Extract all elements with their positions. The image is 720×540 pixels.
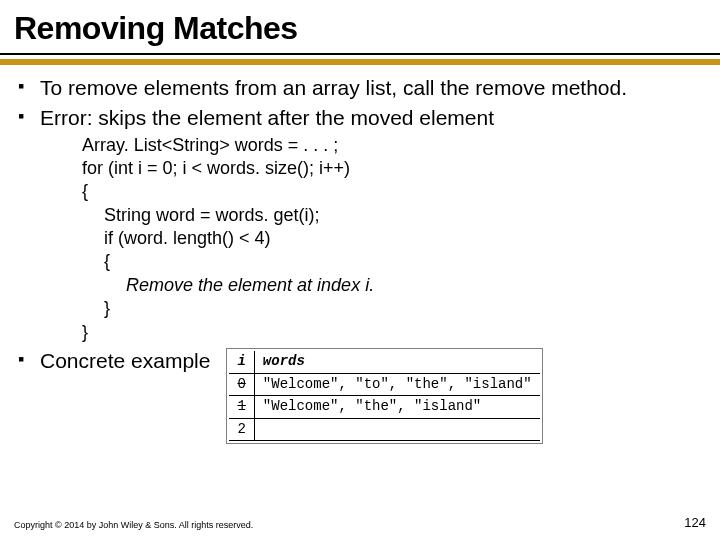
table-cell: 0 bbox=[237, 376, 245, 392]
slide-title: Removing Matches bbox=[0, 0, 720, 53]
table-header-row: i words bbox=[229, 351, 539, 373]
code-line: } bbox=[82, 321, 702, 344]
bullet-text: Error: skips the element after the moved… bbox=[40, 106, 494, 129]
table-cell bbox=[254, 418, 539, 441]
table-header-cell: i bbox=[229, 351, 254, 373]
bullet-item: Concrete example i words 0 bbox=[18, 348, 702, 444]
code-line: String word = words. get(i); bbox=[82, 204, 702, 227]
code-line: if (word. length() < 4) bbox=[82, 227, 702, 250]
page-number: 124 bbox=[684, 515, 706, 530]
table-row: 2 bbox=[229, 418, 539, 441]
code-line: { bbox=[82, 180, 702, 203]
table-cell: 1 bbox=[237, 398, 245, 414]
accent-bar bbox=[0, 59, 720, 65]
copyright-footer: Copyright © 2014 by John Wiley & Sons. A… bbox=[14, 520, 253, 530]
table-cell: 2 bbox=[237, 421, 245, 437]
code-line: for (int i = 0; i < words. size(); i++) bbox=[82, 157, 702, 180]
code-line: Array. List<String> words = . . . ; bbox=[82, 134, 702, 157]
table-row: 1 "Welcome", "the", "island" bbox=[229, 396, 539, 419]
code-line-comment: Remove the element at index i. bbox=[82, 274, 702, 297]
example-table-frame: i words 0 "Welcome", "to", "the", "islan… bbox=[226, 348, 542, 444]
slide-body: To remove elements from an array list, c… bbox=[0, 73, 720, 444]
bullet-item: To remove elements from an array list, c… bbox=[18, 75, 702, 101]
table-row: 0 "Welcome", "to", "the", "island" bbox=[229, 373, 539, 396]
code-line: } bbox=[82, 297, 702, 320]
bullet-item: Error: skips the element after the moved… bbox=[18, 105, 702, 344]
example-table: i words 0 "Welcome", "to", "the", "islan… bbox=[229, 351, 539, 441]
table-header-cell: words bbox=[254, 351, 539, 373]
bullet-text: Concrete example bbox=[40, 348, 210, 374]
title-underline bbox=[0, 53, 720, 55]
bullet-list: To remove elements from an array list, c… bbox=[18, 75, 702, 444]
code-line: { bbox=[82, 250, 702, 273]
slide: Removing Matches To remove elements from… bbox=[0, 0, 720, 540]
code-block: Array. List<String> words = . . . ; for … bbox=[40, 134, 702, 345]
table-cell: "Welcome", "to", "the", "island" bbox=[254, 373, 539, 396]
table-cell: "Welcome", "the", "island" bbox=[254, 396, 539, 419]
bullet-text: To remove elements from an array list, c… bbox=[40, 76, 627, 99]
